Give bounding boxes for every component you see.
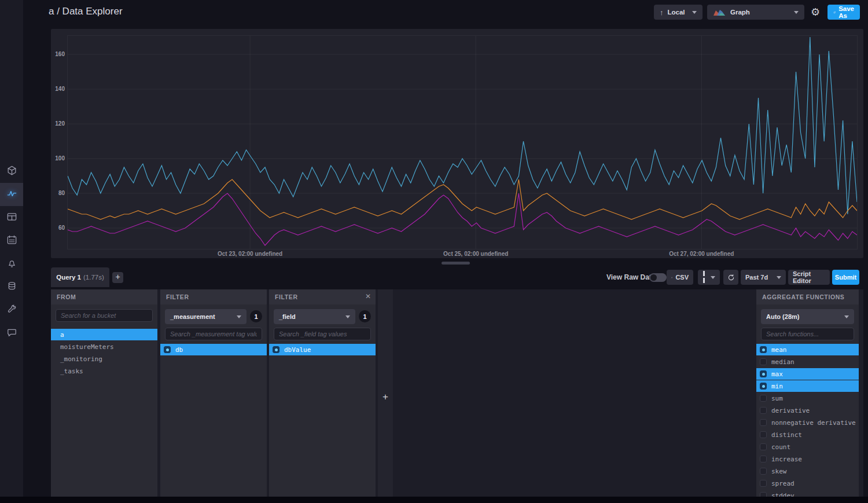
line-chart xyxy=(68,36,857,249)
nav-dashboards[interactable] xyxy=(0,206,23,229)
bucket-item[interactable]: moistureMeters xyxy=(51,341,157,353)
checkbox[interactable] xyxy=(760,395,767,402)
aggregate-function-item[interactable]: mean xyxy=(756,344,859,355)
refresh-button[interactable] xyxy=(723,270,738,285)
submit-button[interactable]: Submit xyxy=(832,270,859,285)
view-type-dropdown[interactable]: Graph xyxy=(707,5,804,20)
close-icon[interactable]: ✕ xyxy=(365,292,371,300)
aggregate-function-item[interactable]: skew xyxy=(756,465,859,477)
y-axis-tick: 120 xyxy=(51,120,65,127)
tag-key-dropdown[interactable]: _field xyxy=(274,309,355,324)
x-axis-tick: Oct 27, 02:00 undefined xyxy=(661,251,742,257)
time-range-dropdown[interactable]: Past 7d xyxy=(741,270,786,285)
checkbox[interactable] xyxy=(760,370,767,377)
item-label: a xyxy=(60,331,64,339)
query-tab[interactable]: Query 1 (1.77s) xyxy=(51,267,109,287)
checkbox[interactable] xyxy=(760,468,767,475)
bottom-bar xyxy=(0,497,868,503)
item-label: spread xyxy=(771,480,795,487)
item-label: min xyxy=(771,383,783,390)
chart-card: 6080100120140160 Oct 23, 02:00 undefined… xyxy=(51,29,863,258)
csv-download-button[interactable]: CSV xyxy=(667,270,693,285)
checkbox[interactable] xyxy=(760,346,767,353)
tag-value-list: dbValue xyxy=(269,344,376,497)
item-label: increase xyxy=(771,456,802,463)
nav-feedback[interactable] xyxy=(0,322,23,345)
timezone-dropdown[interactable]: ↑ Local xyxy=(654,5,703,20)
tag-key-label: _field xyxy=(279,313,296,320)
chevron-down-icon xyxy=(777,276,781,279)
nav-storage[interactable] xyxy=(0,276,23,299)
x-axis-tick: Oct 25, 02:00 undefined xyxy=(435,251,516,257)
aggregate-function-item[interactable]: derivative xyxy=(756,405,859,416)
gear-icon: ⚙ xyxy=(811,6,820,19)
item-label: median xyxy=(771,358,795,366)
checkbox[interactable] xyxy=(760,407,767,414)
checkbox[interactable] xyxy=(760,443,767,450)
tag-value-search-input[interactable] xyxy=(274,328,371,340)
panel-resize-handle[interactable] xyxy=(442,262,470,265)
item-label: nonnegative derivative xyxy=(771,419,856,427)
item-label: skew xyxy=(771,468,787,475)
checkbox[interactable] xyxy=(760,456,767,462)
window-period-dropdown[interactable]: Auto (28m) xyxy=(761,309,854,324)
view-raw-data-toggle[interactable] xyxy=(649,273,667,282)
tag-value-item[interactable]: db xyxy=(160,344,267,355)
aggregate-function-item[interactable]: spread xyxy=(756,478,859,489)
save-as-button[interactable]: Save As xyxy=(827,5,860,20)
checkbox[interactable] xyxy=(760,431,767,438)
aggregate-function-item[interactable]: max xyxy=(756,368,859,380)
nav-load-data[interactable] xyxy=(0,160,23,183)
settings-gear-button[interactable]: ⚙ xyxy=(808,5,823,20)
aggregate-function-item[interactable]: median xyxy=(756,356,859,368)
aggregate-function-item[interactable]: distinct xyxy=(756,429,859,440)
chevron-down-icon xyxy=(844,315,849,318)
bucket-search-input[interactable] xyxy=(56,309,153,322)
nav-data-explorer[interactable] xyxy=(0,183,23,206)
add-filter-card-button[interactable]: + xyxy=(378,289,393,497)
csv-label: CSV xyxy=(675,274,689,281)
plus-icon: + xyxy=(378,391,393,403)
pause-dropdown-button[interactable] xyxy=(698,270,720,285)
aggregate-function-item[interactable]: count xyxy=(756,441,859,453)
script-editor-button[interactable]: Script Editor xyxy=(788,270,830,285)
aggregate-function-item[interactable]: increase xyxy=(756,453,859,465)
tag-key-label: _measurement xyxy=(170,313,215,320)
checkbox[interactable] xyxy=(760,419,767,426)
y-axis-tick: 100 xyxy=(51,155,65,161)
item-label: _tasks xyxy=(60,368,83,375)
item-label: moistureMeters xyxy=(60,343,114,351)
checkbox[interactable] xyxy=(760,492,767,497)
aggregate-function-item[interactable]: min xyxy=(756,380,859,392)
bucket-item[interactable]: _monitoring xyxy=(51,353,157,365)
aggregate-panel-header: AGGREGATE FUNCTIONS xyxy=(756,289,859,304)
tag-key-dropdown[interactable]: _measurement xyxy=(165,309,247,324)
x-axis-tick: Oct 23, 02:00 undefined xyxy=(209,251,290,257)
time-range-label: Past 7d xyxy=(745,274,768,281)
tag-value-item[interactable]: dbValue xyxy=(269,344,376,355)
bucket-item[interactable]: a xyxy=(51,329,157,340)
item-label: count xyxy=(771,443,790,451)
nav-settings[interactable] xyxy=(0,299,23,322)
checkbox[interactable] xyxy=(760,383,767,390)
aggregate-function-item[interactable]: sum xyxy=(756,392,859,404)
item-label: stddev xyxy=(771,492,795,497)
nav-tasks[interactable] xyxy=(0,229,23,252)
checkbox[interactable] xyxy=(760,358,767,365)
bucket-item[interactable]: _tasks xyxy=(51,365,157,377)
tag-value-search-input[interactable] xyxy=(165,328,262,340)
aggregate-function-item[interactable]: nonnegative derivative xyxy=(756,417,859,428)
time-series-plot[interactable] xyxy=(68,36,857,249)
aggregate-function-item[interactable]: stddev xyxy=(756,490,859,497)
query-tab-duration: (1.77s) xyxy=(83,274,104,281)
chat-bubble-icon xyxy=(6,327,17,340)
nav-alerts[interactable] xyxy=(0,252,23,276)
add-query-button[interactable]: + xyxy=(112,272,123,283)
toggle-knob xyxy=(650,274,657,281)
checkbox[interactable] xyxy=(164,346,171,353)
function-search-input[interactable] xyxy=(761,328,854,340)
checkbox[interactable] xyxy=(273,346,279,353)
from-panel-header: FROM xyxy=(51,289,157,304)
item-label: distinct xyxy=(771,431,802,439)
checkbox[interactable] xyxy=(760,480,767,487)
